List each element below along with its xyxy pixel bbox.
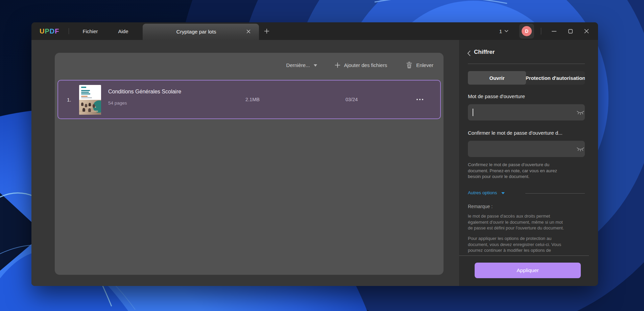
menu-fichier[interactable]: Fichier: [82, 28, 98, 34]
close-button[interactable]: [583, 28, 590, 35]
app-window: U P D F Fichier Aide Cryptage par lots 1…: [31, 22, 598, 286]
panel-bottom-divider: [459, 256, 589, 256]
eye-closed-icon[interactable]: [576, 146, 585, 152]
remove-button[interactable]: Enlever: [406, 62, 433, 69]
thumbnail-photo: [79, 100, 101, 115]
more-options-toggle[interactable]: Autres options: [468, 190, 505, 195]
logo-letter: U: [40, 27, 45, 35]
plus-icon: [335, 62, 340, 68]
tab-close-icon[interactable]: [246, 29, 251, 34]
remove-label: Enlever: [416, 62, 433, 68]
note-title: Remarque :: [468, 204, 493, 209]
file-title: Conditions Générales Scolaire: [108, 89, 181, 95]
note-paragraph-2: Pour appliquer les options de protection…: [468, 236, 561, 254]
minimize-button[interactable]: [551, 28, 557, 35]
add-files-button[interactable]: Ajouter des fichiers: [335, 62, 387, 68]
file-list-card: Dernière... Ajouter des fichiers: [55, 53, 444, 275]
encrypt-panel: Chiffrer Ouvrir Protection d'autorisatio…: [459, 40, 598, 286]
doc-count-value: 1: [499, 28, 502, 34]
open-password-input[interactable]: [468, 104, 585, 120]
triangle-down-icon: [501, 192, 505, 194]
password-type-tabs: Ouvrir Protection d'autorisation: [468, 71, 585, 85]
tab-cryptage-par-lots[interactable]: Cryptage par lots: [143, 24, 259, 40]
batch-content-area: Dernière... Ajouter des fichiers: [31, 40, 459, 286]
logo-letter: F: [55, 27, 59, 35]
avatar: D: [522, 26, 532, 36]
titlebar-divider: [69, 28, 69, 34]
logo-letter: P: [45, 27, 49, 35]
file-size: 2.1MB: [245, 97, 260, 102]
trash-icon: [406, 62, 412, 69]
title-bar: U P D F Fichier Aide Cryptage par lots 1…: [31, 22, 598, 40]
file-more-menu[interactable]: [416, 99, 423, 100]
text-caret: [473, 109, 473, 116]
updf-logo: U P D F: [40, 27, 59, 35]
tab-protection-autorisation[interactable]: Protection d'autorisation: [526, 71, 585, 85]
tab-ouvrir[interactable]: Ouvrir: [468, 71, 526, 85]
titlebar-right-cluster: 1 D: [499, 24, 590, 39]
apply-button[interactable]: Appliquer: [475, 263, 581, 278]
confirm-password-label: Confirmer le mot de passe d'ouverture d.…: [468, 130, 563, 136]
file-index: 1.: [67, 97, 71, 103]
confirm-password-input[interactable]: [468, 141, 585, 157]
sort-dropdown[interactable]: Dernière...: [286, 62, 317, 68]
panel-title: Chiffrer: [474, 49, 495, 55]
eye-closed-icon[interactable]: [576, 110, 585, 115]
file-pages: 54 pages: [108, 101, 127, 106]
window-controls-divider: [541, 28, 541, 35]
tab-label: Cryptage par lots: [176, 29, 216, 35]
maximize-button[interactable]: [567, 28, 574, 35]
file-list-toolbar: Dernière... Ajouter des fichiers: [286, 62, 433, 69]
new-tab-icon[interactable]: [264, 28, 270, 34]
file-date: 03/24: [345, 97, 358, 102]
open-password-label: Mot de passe d'ouverture: [468, 93, 525, 99]
account-button[interactable]: D: [519, 24, 534, 39]
sort-label: Dernière...: [286, 62, 310, 68]
file-row[interactable]: 1.: [57, 80, 441, 119]
chevron-down-icon: [504, 30, 508, 32]
open-documents-dropdown[interactable]: 1: [499, 28, 508, 34]
logo-letter: D: [50, 27, 55, 35]
menu-aide[interactable]: Aide: [118, 28, 128, 34]
file-thumbnail: [79, 85, 101, 115]
more-options-label: Autres options: [468, 190, 497, 195]
confirm-password-hint: Confirmez le mot de passe d'ouverture du…: [468, 162, 557, 180]
note-paragraph-1: le mot de passe d'accès aux droits perme…: [468, 213, 564, 231]
more-options-divider: [525, 193, 585, 194]
add-files-label: Ajouter des fichiers: [344, 62, 387, 68]
sort-caret-icon: [314, 64, 317, 67]
back-chevron-icon[interactable]: [467, 50, 471, 56]
panel-divider: [468, 64, 585, 64]
avatar-initial: D: [525, 28, 528, 34]
